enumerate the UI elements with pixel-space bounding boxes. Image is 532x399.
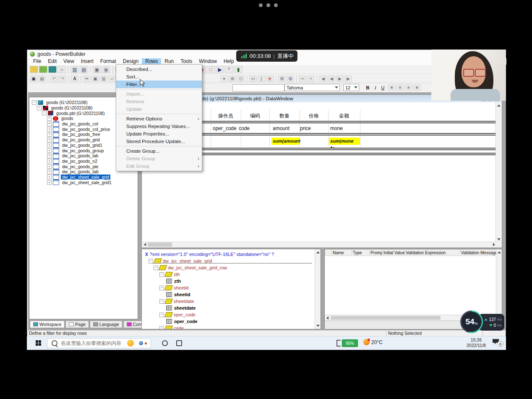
scroll-right-icon[interactable] <box>492 243 496 246</box>
menu-window[interactable]: Window <box>196 58 220 65</box>
dw-column-price[interactable]: price <box>300 125 311 132</box>
expand-icon[interactable]: + <box>47 180 52 185</box>
matrix-icon[interactable]: ∷ <box>206 66 215 73</box>
first-row-icon[interactable]: ◀ <box>319 76 327 82</box>
xml-node-zth[interactable]: zth <box>142 278 321 284</box>
menu-file[interactable]: File <box>30 58 44 65</box>
collapse-icon[interactable]: − <box>154 266 158 270</box>
dropdown-icon[interactable]: ▾ <box>220 76 228 82</box>
font-name-combo[interactable]: Tahoma <box>284 84 340 91</box>
scroll-left-icon[interactable] <box>326 316 329 320</box>
action-center-button[interactable]: 6 <box>493 339 503 347</box>
join-icon[interactable]: ⋈ <box>249 76 257 82</box>
undo-icon[interactable]: ↶ <box>50 76 58 82</box>
xml-node-code[interactable]: −code <box>142 325 321 329</box>
run-icon[interactable]: ▶ <box>216 66 224 73</box>
print-icon[interactable]: ▤ <box>38 76 46 82</box>
bold-button[interactable]: B <box>365 84 371 91</box>
expand-icon[interactable]: + <box>47 116 52 121</box>
dw-column-mone[interactable]: mone <box>330 125 343 132</box>
redo-icon[interactable]: ↷ <box>59 76 66 82</box>
dw-header-数量[interactable]: 数量 <box>269 111 300 120</box>
dw-column-oper-code[interactable]: oper_code <box>213 125 237 132</box>
cortana-button[interactable] <box>162 340 168 346</box>
tree-item-dw-jxc-sheet-sale-grid[interactable]: +dw_jxc_sheet_sale_grid <box>29 175 138 180</box>
menu-item-edit-group[interactable]: Edit Group› <box>116 162 202 170</box>
menu-item-suppress-repeating-values[interactable]: Suppress Repeating Values... <box>116 123 202 130</box>
expand-icon[interactable]: + <box>47 122 52 126</box>
dw-header-操作员[interactable]: 操作员 <box>211 111 241 120</box>
xml-node-sheetdate[interactable]: −sheetdate <box>142 298 321 305</box>
expand-icon[interactable]: + <box>47 148 52 153</box>
scroll-up-icon[interactable] <box>497 104 501 107</box>
collapse-icon[interactable]: − <box>159 326 164 330</box>
taskbar-search-input[interactable]: 在这里输入你要搜索的内容 <box>47 338 151 348</box>
collapse-icon[interactable]: − <box>149 259 153 263</box>
collapse-icon[interactable]: − <box>159 313 164 317</box>
copy-icon[interactable]: ▣ <box>91 76 99 82</box>
tab-workspace[interactable]: Workspace <box>30 321 65 328</box>
save-close-icon[interactable] <box>48 66 57 73</box>
expand-icon[interactable]: + <box>47 127 52 131</box>
dw-compute-sum-mone-fo[interactable]: sum(mone fo. <box>329 138 360 145</box>
preview-icon[interactable]: ▤ <box>80 66 88 73</box>
collapse-icon[interactable]: − <box>42 111 47 115</box>
menu-item-filter[interactable]: Filter... <box>116 81 202 88</box>
tab-language[interactable]: Language <box>90 321 123 328</box>
menu-edit[interactable]: Edit <box>44 58 60 65</box>
slide-icon[interactable]: ∥ <box>258 76 265 82</box>
expand-icon[interactable]: + <box>47 138 52 142</box>
menu-item-retrieve-options[interactable]: Retrieve Options› <box>116 115 202 123</box>
dw-header-金额[interactable]: 金额 <box>328 111 360 120</box>
structure-icon[interactable]: ≣ <box>266 76 274 82</box>
collapse-icon[interactable]: − <box>159 286 164 290</box>
collapse-icon[interactable]: − <box>32 100 37 105</box>
menu-design[interactable]: Design <box>120 58 142 65</box>
xml-node-xml-version-1-0-encod[interactable]: X?xml version="1.0" encoding="UTF-16LE" … <box>142 251 321 258</box>
menu-item-update[interactable]: Update <box>116 105 202 113</box>
expand-icon[interactable]: + <box>47 164 52 169</box>
xml-node-oper-code[interactable]: −oper_code <box>142 311 321 318</box>
xml-node-sheetid[interactable]: −sheetid <box>142 284 321 291</box>
erase-icon[interactable]: ▱ <box>108 76 116 82</box>
menu-insert[interactable]: Insert <box>78 58 97 65</box>
panes-icon[interactable]: ▥ <box>70 66 79 73</box>
dw-column-amount[interactable]: amount <box>273 125 289 132</box>
expand-icon[interactable]: + <box>47 170 52 174</box>
align-center-icon[interactable]: ≡ <box>396 84 404 91</box>
underline-button[interactable]: U <box>380 84 386 91</box>
battery-indicator[interactable]: 95% <box>336 339 361 347</box>
scroll-down-icon[interactable] <box>316 324 320 328</box>
chevron-down-icon[interactable] <box>353 84 359 91</box>
collapse-icon[interactable]: − <box>159 272 164 277</box>
spec-vertical-scrollbar[interactable] <box>496 249 502 314</box>
tree-item-dw-jxc-sheet-sale-grid1[interactable]: +dw_jxc_sheet_sale_grid1 <box>29 180 138 185</box>
menu-view[interactable]: View <box>60 58 78 65</box>
task-view-button[interactable] <box>176 340 182 346</box>
cut-icon[interactable]: ✂ <box>83 76 91 82</box>
xml-node-oper-code[interactable]: oper_code <box>142 318 321 325</box>
collapse-icon[interactable]: − <box>37 106 42 110</box>
next-row-icon[interactable]: ▶ <box>336 76 344 82</box>
last-row-icon[interactable]: ▶ <box>344 76 352 82</box>
italic-button[interactable]: I <box>372 84 378 91</box>
menu-run[interactable]: Run <box>161 58 177 65</box>
menu-item-update-properties[interactable]: Update Properties... <box>116 130 202 138</box>
menu-format[interactable]: Format <box>97 58 120 65</box>
weather-indicator[interactable]: 20°C <box>363 339 383 345</box>
start-button[interactable] <box>31 336 46 350</box>
new-icon[interactable] <box>30 66 38 73</box>
xml-node-zth[interactable]: −zth <box>142 271 321 278</box>
expand-icon[interactable]: + <box>47 175 52 179</box>
paste-icon[interactable]: ▥ <box>100 76 107 82</box>
expand-icon[interactable]: + <box>47 154 52 158</box>
prior-row-icon[interactable]: ◀ <box>328 76 335 82</box>
menu-item-delete-group[interactable]: Delete Group› <box>116 155 202 162</box>
browse-icon[interactable]: ○ <box>57 66 66 73</box>
scroll-up-icon[interactable] <box>316 250 320 254</box>
menu-help[interactable]: Help <box>220 58 237 65</box>
menu-item-import[interactable]: Import... <box>116 90 202 98</box>
exit-icon[interactable]: ▮ <box>234 66 243 73</box>
scroll-up-icon[interactable] <box>497 250 501 254</box>
maximize-band-icon[interactable]: ▣ <box>93 66 101 73</box>
